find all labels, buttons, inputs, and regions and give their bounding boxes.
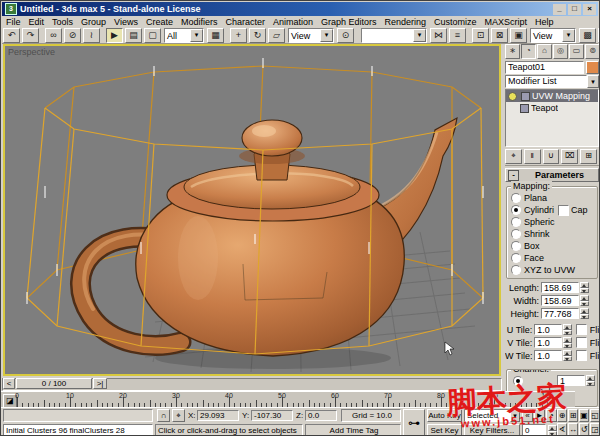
close-button[interactable]: ×: [583, 4, 596, 15]
selection-lock-icon[interactable]: ∩: [157, 409, 170, 422]
align-icon[interactable]: ≡: [449, 28, 466, 43]
use-pivot-point-icon[interactable]: ⊙: [337, 28, 354, 43]
time-slider-handle[interactable]: 0 / 100: [16, 378, 92, 389]
menu-views[interactable]: Views: [110, 17, 142, 27]
rectangular-selection-region-icon[interactable]: ▢: [144, 28, 161, 43]
map-channel-field[interactable]: 1: [557, 375, 585, 386]
current-frame-field[interactable]: 0: [522, 424, 546, 436]
pin-stack-button[interactable]: ⌖: [505, 149, 522, 164]
menu-group[interactable]: Group: [77, 17, 110, 27]
mapping-option-xyz-to-uvw[interactable]: XYZ to UVW: [511, 264, 595, 276]
mapping-option-cylindri[interactable]: CylindriCap: [511, 204, 595, 216]
modifier-enable-bulb-icon[interactable]: [508, 92, 517, 101]
play-button[interactable]: ►: [534, 409, 545, 422]
vtile-field[interactable]: 1.0: [534, 337, 561, 348]
utile-field[interactable]: 1.0: [534, 324, 561, 335]
mapping-option-box[interactable]: Box: [511, 240, 595, 252]
radio-cylindri[interactable]: [511, 205, 521, 215]
dropdown-arrow-icon[interactable]: ▾: [587, 75, 599, 88]
rollout-collapse-icon[interactable]: -: [508, 170, 519, 181]
menu-animation[interactable]: Animation: [269, 17, 317, 27]
width-spinner[interactable]: [580, 295, 589, 306]
material-editor-icon[interactable]: ▣: [510, 28, 527, 43]
wtile-field[interactable]: 1.0: [534, 350, 561, 361]
height-spinner[interactable]: [580, 308, 589, 319]
x-coord-field[interactable]: 29.093: [197, 410, 239, 421]
key-mode-dropdown[interactable]: Selected: [464, 409, 510, 422]
teapot-object[interactable]: [80, 118, 457, 369]
tab-modify[interactable]: ◔: [521, 44, 536, 59]
menu-modifiers[interactable]: Modifiers: [177, 17, 222, 27]
length-field[interactable]: 158.69: [541, 282, 579, 293]
y-coord-field[interactable]: -107.30: [251, 410, 293, 421]
perspective-viewport[interactable]: Perspective: [3, 44, 501, 376]
menu-tools[interactable]: Tools: [48, 17, 77, 27]
auto-key-button[interactable]: Auto Key: [427, 409, 462, 422]
render-type-dropdown[interactable]: View▾: [530, 28, 576, 43]
mapping-option-shrink[interactable]: Shrink: [511, 228, 595, 240]
z-coord-field[interactable]: 0.0: [305, 410, 337, 421]
radio-spheric[interactable]: [511, 217, 521, 227]
zoom-extents-button[interactable]: ▣: [579, 409, 589, 422]
utile-spinner[interactable]: [563, 324, 572, 335]
tab-display[interactable]: ▭: [569, 44, 584, 59]
radio-plana[interactable]: [511, 193, 521, 203]
tab-create[interactable]: ∗: [505, 44, 520, 59]
render-scene-icon[interactable]: ▩: [579, 28, 596, 43]
next-frame-button[interactable]: >|: [93, 378, 107, 389]
go-to-start-button[interactable]: «: [522, 409, 533, 422]
tab-hierarchy[interactable]: ⌂: [537, 44, 552, 59]
width-field[interactable]: 158.69: [541, 295, 579, 306]
fov-button[interactable]: ∢: [557, 423, 567, 436]
maxscript-listener-field[interactable]: Initial Clusters 96 finalClusters 28: [3, 424, 153, 436]
menu-maxscript[interactable]: MAXScript: [481, 17, 532, 27]
wtile-spinner[interactable]: [563, 350, 572, 361]
stack-row[interactable]: Teapot: [506, 102, 598, 114]
map-channel-spinner[interactable]: [586, 375, 595, 386]
radio-xyz-to-uvw[interactable]: [511, 265, 521, 275]
macro-recorder-field[interactable]: [3, 409, 153, 422]
menu-customize[interactable]: Customize: [430, 17, 481, 27]
track-bar[interactable]: ◪ 0102030405060708090100: [1, 391, 575, 408]
vtile-flip-checkbox[interactable]: [576, 337, 587, 348]
height-field[interactable]: 77.768: [541, 308, 579, 319]
key-filters-button[interactable]: Key Filters...: [464, 424, 520, 436]
zoom-all-button[interactable]: ⊞: [568, 409, 578, 422]
menu-edit[interactable]: Edit: [25, 17, 49, 27]
select-and-link-icon[interactable]: ∞: [45, 28, 62, 43]
menu-rendering[interactable]: Rendering: [381, 17, 431, 27]
radio-box[interactable]: [511, 241, 521, 251]
undo-icon[interactable]: ↶: [3, 28, 20, 43]
menu-create[interactable]: Create: [142, 17, 177, 27]
title-bar[interactable]: 3 Untitled - 3ds max 5 - Stand-alone Lic…: [2, 2, 598, 16]
time-config-button[interactable]: ◔: [546, 409, 557, 422]
tab-utilities[interactable]: ⊚: [585, 44, 600, 59]
window-crossing-icon[interactable]: ▦: [207, 28, 224, 43]
modifier-stack[interactable]: UVW MappingTeapot: [505, 89, 599, 147]
parameters-rollout-header[interactable]: - Parameters: [505, 168, 599, 182]
show-end-result-button[interactable]: ‖: [524, 149, 541, 164]
min-max-toggle-button[interactable]: ◲: [590, 423, 600, 436]
schematic-view-icon[interactable]: ⊠: [491, 28, 508, 43]
vtile-spinner[interactable]: [563, 337, 572, 348]
select-and-rotate-icon[interactable]: ↻: [249, 28, 266, 43]
make-unique-button[interactable]: ∪: [543, 149, 560, 164]
pan-button[interactable]: ↔: [568, 423, 578, 436]
mirror-icon[interactable]: ⋈: [430, 28, 447, 43]
stack-row[interactable]: UVW Mapping: [506, 90, 598, 102]
bind-to-space-warp-icon[interactable]: ≀: [83, 28, 100, 43]
zoom-region-button[interactable]: ◱: [590, 409, 600, 422]
object-color-swatch[interactable]: [586, 61, 599, 74]
menu-file[interactable]: File: [2, 17, 25, 27]
mapping-option-spheric[interactable]: Spheric: [511, 216, 595, 228]
dropdown-arrow-icon[interactable]: ▾: [562, 29, 575, 42]
dropdown-arrow-icon[interactable]: ▾: [510, 409, 520, 422]
length-spinner[interactable]: [580, 282, 589, 293]
minimize-button[interactable]: _: [553, 4, 566, 15]
dropdown-arrow-icon[interactable]: ▾: [413, 29, 426, 42]
mapping-option-face[interactable]: Face: [511, 252, 595, 264]
map-channel-radio[interactable]: [513, 376, 523, 386]
dropdown-arrow-icon[interactable]: ▾: [190, 29, 203, 42]
named-selection-sets-dropdown[interactable]: ▾: [361, 28, 427, 43]
set-key-button[interactable]: Set Key: [427, 424, 462, 436]
